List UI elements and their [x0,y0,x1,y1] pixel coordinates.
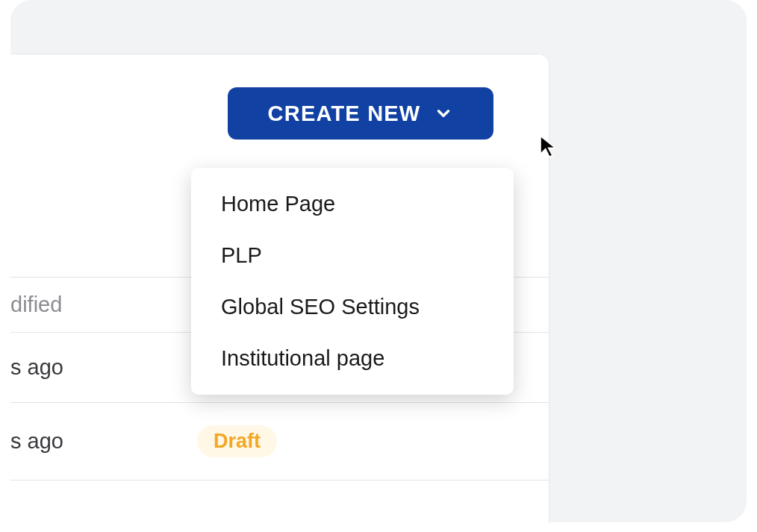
create-new-dropdown: Home Page PLP Global SEO Settings Instit… [191,168,514,395]
row-time-fragment: s ago [10,429,197,454]
chevron-down-icon [434,104,453,123]
create-new-label: CREATE NEW [268,101,421,126]
inner-panel: CREATE NEW dified s ago s ago Draft Home… [10,54,549,522]
dropdown-item-global-seo[interactable]: Global SEO Settings [191,281,514,333]
table-row[interactable]: s ago Draft [10,403,549,481]
row-time-fragment: s ago [10,355,197,380]
dropdown-item-plp[interactable]: PLP [191,230,514,281]
dropdown-item-institutional[interactable]: Institutional page [191,333,514,384]
status-badge-draft: Draft [197,425,277,457]
outer-frame: CREATE NEW dified s ago s ago Draft Home… [10,0,747,522]
create-new-button[interactable]: CREATE NEW [228,87,493,140]
cursor-icon [539,135,560,162]
dropdown-item-home-page[interactable]: Home Page [191,178,514,230]
